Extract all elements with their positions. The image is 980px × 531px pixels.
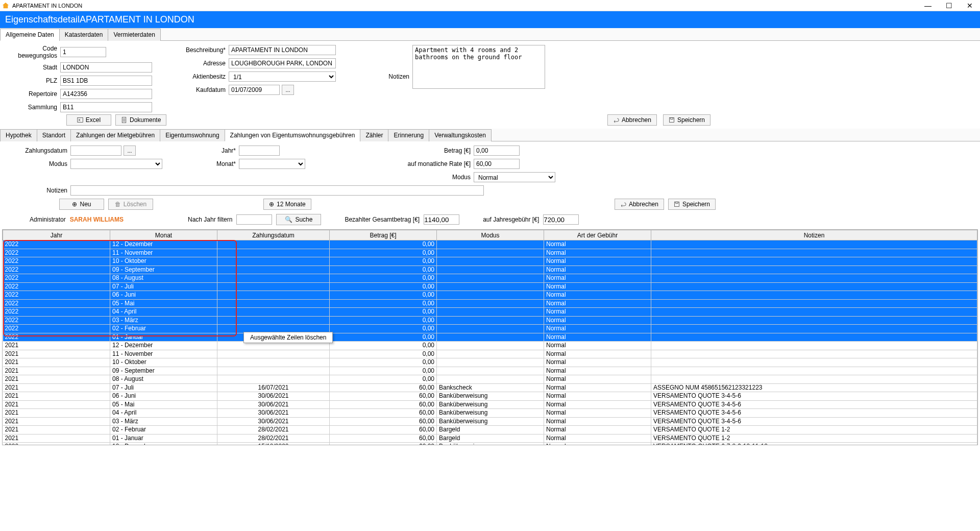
cell: Banküberweisung: [437, 417, 544, 426]
cell: [217, 299, 330, 308]
table-row[interactable]: 202110 - Oktober0,00Normal: [3, 358, 977, 367]
date-picker-button[interactable]: ...: [282, 85, 294, 95]
minimize-button[interactable]: —: [924, 2, 932, 10]
table-row[interactable]: 202106 - Juni30/06/202160,00Banküberweis…: [3, 392, 977, 401]
column-header[interactable]: Betrag [€]: [330, 230, 437, 240]
table-row[interactable]: 202212 - Dezember0,00Normal: [3, 240, 977, 249]
beschreibung-input[interactable]: [229, 45, 336, 55]
zahlungsdatum-input[interactable]: [70, 146, 121, 156]
repertoire-input[interactable]: [60, 89, 152, 99]
admin-name: SARAH WILLIAMS: [70, 216, 124, 223]
excel-button[interactable]: Excel: [66, 114, 111, 126]
sub-notizen-input[interactable]: [70, 185, 484, 196]
dokumente-button[interactable]: Dokumente: [115, 114, 166, 126]
yearfilter-input[interactable]: [236, 214, 272, 225]
main-tab-1[interactable]: Katasterdaten: [59, 29, 109, 41]
cell: [651, 367, 977, 375]
table-row[interactable]: 202204 - April0,00Normal: [3, 308, 977, 317]
cell: 2022: [3, 282, 110, 291]
table-row[interactable]: 202209 - September0,00Normal: [3, 266, 977, 274]
monat-select[interactable]: [239, 159, 305, 169]
sub-speichern-button[interactable]: Speichern: [668, 199, 716, 210]
neu-button[interactable]: ⊕Neu: [59, 199, 104, 210]
cell: 30/06/2021: [217, 392, 330, 401]
speichern-button[interactable]: Speichern: [663, 114, 710, 126]
column-header[interactable]: Monat: [110, 230, 217, 240]
sub-tab-4[interactable]: Zahlungen von Eigentumswohnungsgebühren: [225, 129, 361, 141]
zahlungsdatum-label: Zahlungsdatum: [4, 147, 70, 154]
modus-select[interactable]: [70, 159, 162, 169]
cell: 06 - Juni: [110, 291, 217, 300]
sub-tab-1[interactable]: Standort: [37, 129, 71, 141]
cell: Normal: [544, 249, 651, 257]
table-row[interactable]: 202205 - Mai0,00Normal: [3, 299, 977, 308]
undo-icon: [620, 201, 626, 207]
abbrechen-button[interactable]: Abbrechen: [607, 114, 657, 126]
modus2-select[interactable]: Normal: [474, 172, 555, 182]
cell: Normal: [544, 299, 651, 308]
close-button[interactable]: ✕: [967, 2, 973, 10]
betrag-input[interactable]: [474, 146, 520, 156]
sub-tab-5[interactable]: Zähler: [360, 129, 388, 141]
zahlungsdatum-picker-button[interactable]: ...: [124, 146, 136, 156]
table-row[interactable]: 202107 - Juli16/07/202160,00BankscheckNo…: [3, 383, 977, 392]
table-row[interactable]: 202112 - Dezember0,00Normal: [3, 342, 977, 350]
main-tab-0[interactable]: Allgemeine Daten: [0, 29, 60, 41]
total-input[interactable]: [424, 214, 459, 225]
table-row[interactable]: 202207 - Juli0,00Normal: [3, 282, 977, 291]
jahr-input[interactable]: [239, 146, 280, 156]
sammlung-input[interactable]: [60, 102, 152, 112]
code-input[interactable]: [60, 47, 106, 57]
column-header[interactable]: Jahr: [3, 230, 110, 240]
cell: [651, 249, 977, 257]
table-row[interactable]: 202105 - Mai30/06/202160,00Banküberweisu…: [3, 400, 977, 409]
table-row[interactable]: 202211 - November0,00Normal: [3, 249, 977, 257]
main-tab-2[interactable]: Vermieterdaten: [108, 29, 160, 41]
sub-abbrechen-button[interactable]: Abbrechen: [615, 199, 664, 210]
sub-tab-7[interactable]: Verwaltungskosten: [429, 129, 492, 141]
table-row[interactable]: 202206 - Juni0,00Normal: [3, 291, 977, 300]
sub-tab-0[interactable]: Hypothek: [0, 129, 37, 141]
maximize-button[interactable]: ☐: [946, 2, 952, 10]
notizen-textarea[interactable]: [412, 45, 545, 89]
cell: [437, 367, 544, 375]
table-row[interactable]: 202101 - Januar28/02/202160,00BargeldNor…: [3, 434, 977, 443]
suche-button[interactable]: 🔍Suche: [276, 214, 321, 225]
page-header: EigenschaftsdetailAPARTAMENT IN LONDON: [0, 11, 980, 28]
table-row[interactable]: 202109 - September0,00Normal: [3, 367, 977, 375]
monrate-input[interactable]: [474, 159, 520, 169]
city-input[interactable]: [60, 62, 152, 73]
table-row[interactable]: 202210 - Oktober0,00Normal: [3, 257, 977, 266]
cell: VERSAMENTO QUOTE 3-4-5-6: [651, 417, 977, 426]
column-header[interactable]: Notizen: [651, 230, 977, 240]
table-row[interactable]: 202102 - Februar28/02/202160,00BargeldNo…: [3, 426, 977, 435]
column-header[interactable]: Modus: [437, 230, 544, 240]
table-row[interactable]: 202104 - April30/06/202160,00Banküberwei…: [3, 409, 977, 418]
sub-tab-3[interactable]: Eigentumswohnung: [160, 129, 225, 141]
table-row[interactable]: 202201 - Januar0,00Normal: [3, 333, 977, 342]
table-row[interactable]: 202202 - Februar0,00Normal: [3, 325, 977, 333]
column-header[interactable]: Art der Gebühr: [544, 230, 651, 240]
table-row[interactable]: 202012 - Dezember15/12/202060,00Banküber…: [3, 443, 977, 445]
plz-input[interactable]: [60, 76, 152, 86]
sub-tab-2[interactable]: Zahlungen der Mietgebühren: [70, 129, 160, 141]
cell: Normal: [544, 333, 651, 342]
table-row[interactable]: 202111 - November0,00Normal: [3, 350, 977, 358]
cell: Banküberweisung: [437, 392, 544, 401]
table-row[interactable]: 202203 - März0,00Normal: [3, 316, 977, 325]
table-row[interactable]: 202208 - August0,00Normal: [3, 274, 977, 283]
column-header[interactable]: Zahlungsdatum: [217, 230, 330, 240]
loeschen-button[interactable]: 🗑Löschen: [108, 199, 153, 210]
aktienbesitz-select[interactable]: 1/1: [229, 71, 336, 82]
context-menu-delete-rows[interactable]: Ausgewählte Zeilen löschen: [243, 332, 333, 343]
table-row[interactable]: 202103 - März30/06/202160,00Banküberweis…: [3, 417, 977, 426]
zwoelf-monate-button[interactable]: ⊕12 Monate: [263, 199, 311, 210]
table-row[interactable]: 202108 - August0,00Normal: [3, 375, 977, 384]
cell: [437, 266, 544, 274]
annual-input[interactable]: [543, 214, 579, 225]
kaufdatum-input[interactable]: [229, 85, 280, 95]
adresse-input[interactable]: [229, 58, 336, 68]
table-scroll[interactable]: JahrMonatZahlungsdatumBetrag [€]ModusArt…: [3, 230, 977, 445]
sub-tab-6[interactable]: Erinnerung: [388, 129, 429, 141]
city-label: Stadt: [4, 64, 60, 71]
